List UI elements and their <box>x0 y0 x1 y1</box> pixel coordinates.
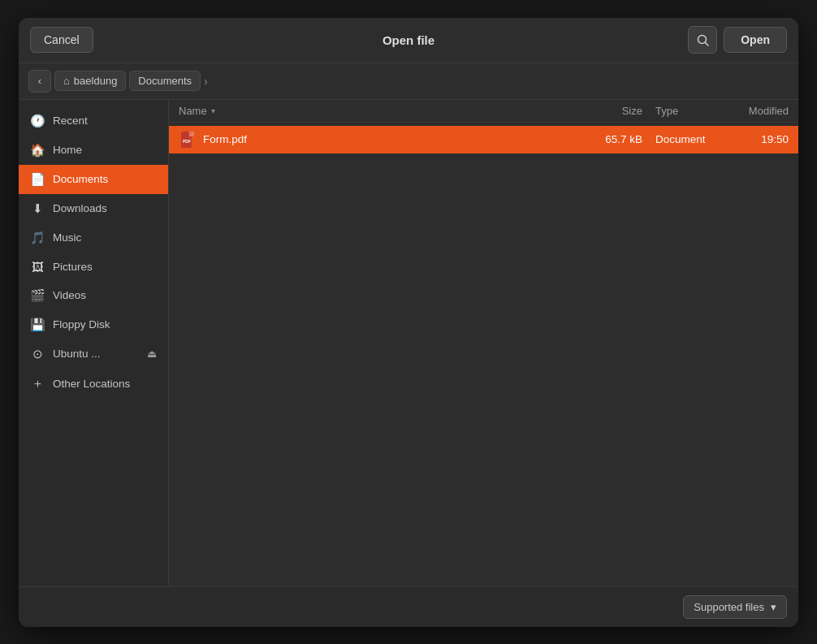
header-right: Open <box>688 26 787 54</box>
sidebar-item-documents[interactable]: 📄 Documents <box>19 165 168 194</box>
file-modified: 19:50 <box>715 133 789 145</box>
home-icon: 🏠 <box>30 143 45 158</box>
breadcrumb-home[interactable]: ⌂ baeldung <box>54 71 126 91</box>
sidebar-item-home[interactable]: 🏠 Home <box>19 136 168 165</box>
pictures-icon: 🖼 <box>30 260 45 274</box>
sidebar-item-pictures[interactable]: 🖼 Pictures <box>19 253 168 281</box>
file-list-header: Name ▾ Size Type Modified <box>169 100 798 123</box>
svg-line-1 <box>705 42 708 45</box>
file-size: 65.7 kB <box>569 133 642 145</box>
filter-dropdown[interactable]: Supported files ▾ <box>683 595 787 619</box>
breadcrumb-forward: › <box>204 75 208 88</box>
recent-icon: 🕐 <box>30 114 45 128</box>
sidebar-item-videos-label: Videos <box>53 289 86 301</box>
other-locations-icon: ＋ <box>30 376 45 391</box>
file-name: Form.pdf <box>203 133 569 145</box>
sidebar-item-downloads[interactable]: ⬇ Downloads <box>19 194 168 223</box>
sidebar-item-ubuntu-label: Ubuntu ... <box>53 348 101 360</box>
col-type-header[interactable]: Type <box>642 105 715 117</box>
ubuntu-icon: ⊙ <box>30 347 45 361</box>
videos-icon: 🎬 <box>30 288 45 303</box>
sidebar-item-floppy[interactable]: 💾 Floppy Disk <box>19 310 168 339</box>
sort-icon: ▾ <box>211 106 215 115</box>
documents-icon: 📄 <box>30 172 45 187</box>
col-modified-label: Modified <box>749 105 789 117</box>
file-type: Document <box>642 133 715 145</box>
col-name-label: Name <box>179 105 207 117</box>
search-icon <box>697 34 709 46</box>
floppy-icon: 💾 <box>30 318 45 332</box>
music-icon: 🎵 <box>30 231 45 245</box>
col-name-header[interactable]: Name ▾ <box>179 105 569 117</box>
breadcrumb-bar: ‹ ⌂ baeldung Documents › <box>19 63 798 100</box>
open-button[interactable]: Open <box>724 27 787 53</box>
breadcrumb-documents[interactable]: Documents <box>129 71 201 91</box>
back-icon: ‹ <box>38 75 41 87</box>
dialog-header: Cancel Open file Open <box>19 18 798 63</box>
search-button[interactable] <box>688 26 717 54</box>
col-type-label: Type <box>655 105 678 117</box>
sidebar-item-ubuntu[interactable]: ⊙ Ubuntu ... ⏏ <box>19 339 168 369</box>
breadcrumb-documents-label: Documents <box>138 75 192 87</box>
col-size-header[interactable]: Size <box>569 105 642 117</box>
sidebar-item-other-locations-label: Other Locations <box>53 378 130 390</box>
sidebar-item-music[interactable]: 🎵 Music <box>19 223 168 253</box>
sidebar-item-downloads-label: Downloads <box>53 202 107 214</box>
cancel-button[interactable]: Cancel <box>30 27 93 53</box>
eject-icon[interactable]: ⏏ <box>147 348 157 360</box>
sidebar-item-documents-label: Documents <box>53 173 108 185</box>
open-file-dialog: Cancel Open file Open ‹ ⌂ baeldung Docum… <box>19 18 798 627</box>
sidebar-item-recent[interactable]: 🕐 Recent <box>19 106 168 136</box>
table-row[interactable]: PDF Form.pdf 65.7 kB Document 19:50 <box>169 126 798 153</box>
main-content: 🕐 Recent 🏠 Home 📄 Documents ⬇ Downloads … <box>19 100 798 586</box>
sidebar-item-music-label: Music <box>53 231 81 244</box>
chevron-down-icon: ▾ <box>771 601 776 613</box>
sidebar-item-pictures-label: Pictures <box>53 261 93 273</box>
breadcrumb-home-label: baeldung <box>74 75 118 87</box>
sidebar-item-home-label: Home <box>53 144 82 156</box>
col-size-label: Size <box>622 105 642 117</box>
filter-label: Supported files <box>694 601 764 613</box>
downloads-icon: ⬇ <box>30 201 45 216</box>
dialog-title: Open file <box>383 33 434 47</box>
back-button[interactable]: ‹ <box>28 70 51 93</box>
sidebar: 🕐 Recent 🏠 Home 📄 Documents ⬇ Downloads … <box>19 100 169 586</box>
header-left: Cancel <box>30 27 93 53</box>
file-icon: PDF <box>179 131 197 149</box>
col-modified-header[interactable]: Modified <box>715 105 789 117</box>
svg-rect-3 <box>189 132 194 136</box>
sidebar-item-other-locations[interactable]: ＋ Other Locations <box>19 369 168 399</box>
file-list: PDF Form.pdf 65.7 kB Document 19:50 <box>169 123 798 586</box>
file-area: Name ▾ Size Type Modified <box>169 100 798 586</box>
pdf-icon: PDF <box>179 131 196 149</box>
sidebar-item-videos[interactable]: 🎬 Videos <box>19 281 168 310</box>
svg-text:PDF: PDF <box>183 139 191 144</box>
footer: Supported files ▾ <box>19 586 798 627</box>
sidebar-item-floppy-label: Floppy Disk <box>53 318 110 331</box>
home-icon: ⌂ <box>63 75 70 87</box>
sidebar-item-recent-label: Recent <box>53 115 88 127</box>
